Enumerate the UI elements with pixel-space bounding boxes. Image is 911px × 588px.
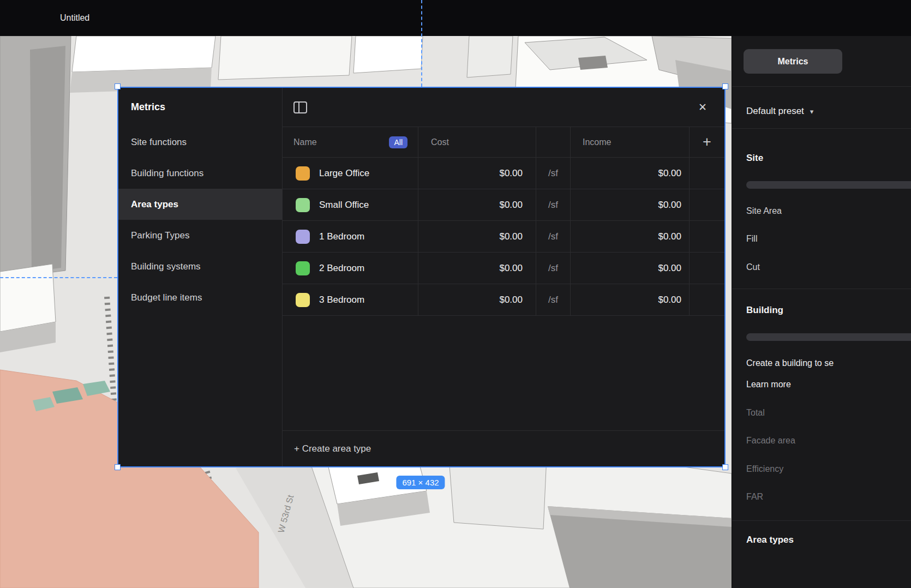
- sidebar-toggle-icon[interactable]: [293, 101, 307, 113]
- building-empty-note: Create a building to se: [746, 356, 834, 370]
- sidebar-item-building-functions[interactable]: Building functions: [118, 158, 282, 189]
- income-value[interactable]: $0.00: [570, 284, 689, 315]
- income-value[interactable]: $0.00: [570, 253, 689, 284]
- area-type-name: Large Office: [319, 168, 369, 179]
- selection-size-badge: 691 × 432: [396, 476, 445, 489]
- add-column-icon[interactable]: +: [689, 127, 724, 157]
- cost-value[interactable]: $0.00: [418, 158, 536, 189]
- cost-unit: /sf: [536, 284, 570, 315]
- sidebar-item-parking-types[interactable]: Parking Types: [118, 220, 282, 251]
- selection-handle-ne[interactable]: [722, 83, 728, 89]
- learn-more-link[interactable]: Learn more: [746, 377, 791, 392]
- table-empty-area: [283, 316, 724, 430]
- column-header-cost: Cost: [418, 127, 536, 157]
- area-type-name: 3 Bedroom: [319, 295, 364, 305]
- metrics-dialog-sidebar: Metrics Site functions Building function…: [118, 88, 283, 466]
- metric-label-efficiency: Efficiency: [746, 462, 783, 476]
- cost-unit: /sf: [536, 189, 570, 220]
- top-bar: Untitled: [0, 0, 911, 36]
- sidebar-item-building-systems[interactable]: Building systems: [118, 251, 282, 282]
- alignment-guide-horizontal: [0, 277, 117, 278]
- sidebar-item-area-types[interactable]: Area types: [118, 189, 282, 220]
- metric-label-total: Total: [746, 406, 765, 420]
- metric-label-cut: Cut: [746, 260, 760, 274]
- document-title[interactable]: Untitled: [60, 0, 89, 36]
- income-value[interactable]: $0.00: [570, 158, 689, 189]
- sidebar-item-budget-line-items[interactable]: Budget line items: [118, 282, 282, 313]
- selection-handle-sw[interactable]: [115, 464, 121, 470]
- divider: [732, 86, 911, 87]
- building-section-title: Building: [746, 303, 783, 317]
- area-types-table: ✕ Name All Cost Income + Large Office $0…: [283, 88, 724, 466]
- metric-label-site-area: Site Area: [746, 204, 782, 218]
- row-extra-cell: [689, 189, 724, 220]
- divider: [732, 520, 911, 521]
- selection-handle-se[interactable]: [722, 464, 728, 470]
- close-icon[interactable]: ✕: [698, 102, 707, 112]
- app-window: W 53rd St Untitled Metrics Site function…: [0, 0, 911, 588]
- table-row[interactable]: 2 Bedroom $0.00 /sf $0.00: [283, 253, 724, 284]
- color-swatch[interactable]: [296, 230, 310, 244]
- dialog-title: Metrics: [118, 88, 282, 127]
- cost-value[interactable]: $0.00: [418, 189, 536, 220]
- create-area-type-button[interactable]: + Create area type: [294, 443, 371, 454]
- cost-unit: /sf: [536, 253, 570, 284]
- table-row[interactable]: 3 Bedroom $0.00 /sf $0.00: [283, 284, 724, 316]
- metric-label-far: FAR: [746, 490, 763, 504]
- cost-unit: /sf: [536, 221, 570, 252]
- cost-unit: /sf: [536, 158, 570, 189]
- table-row[interactable]: 1 Bedroom $0.00 /sf $0.00: [283, 221, 724, 253]
- table-row[interactable]: Small Office $0.00 /sf $0.00: [283, 189, 724, 221]
- table-header-row: Name All Cost Income +: [283, 127, 724, 158]
- divider: [732, 289, 911, 289]
- divider: [732, 128, 911, 129]
- area-type-name: 2 Bedroom: [319, 263, 364, 274]
- alignment-guide-vertical: [421, 0, 422, 87]
- site-section-title: Site: [746, 151, 763, 165]
- metrics-panel-button[interactable]: Metrics: [744, 49, 842, 74]
- name-filter-badge[interactable]: All: [389, 136, 407, 148]
- cost-value[interactable]: $0.00: [418, 221, 536, 252]
- area-types-section-title: Area types: [746, 533, 794, 547]
- metrics-side-panel: Metrics Default preset ▾ Site Site Area …: [732, 36, 911, 588]
- selection-handle-nw[interactable]: [115, 83, 121, 89]
- table-row[interactable]: Large Office $0.00 /sf $0.00: [283, 158, 724, 189]
- cost-value[interactable]: $0.00: [418, 284, 536, 315]
- column-header-unit: [536, 127, 570, 157]
- row-extra-cell: [689, 284, 724, 315]
- metric-label-fill: Fill: [746, 232, 757, 246]
- sidebar-item-site-functions[interactable]: Site functions: [118, 127, 282, 158]
- row-extra-cell: [689, 221, 724, 252]
- color-swatch[interactable]: [296, 198, 310, 212]
- income-value[interactable]: $0.00: [570, 189, 689, 220]
- row-extra-cell: [689, 253, 724, 284]
- column-header-income: Income: [570, 127, 689, 157]
- color-swatch[interactable]: [296, 261, 310, 275]
- row-extra-cell: [689, 158, 724, 189]
- cost-value[interactable]: $0.00: [418, 253, 536, 284]
- site-progress-bar: [746, 181, 911, 189]
- preset-dropdown[interactable]: Default preset ▾: [746, 102, 813, 121]
- area-type-name: 1 Bedroom: [319, 231, 364, 242]
- metric-label-facade-area: Facade area: [746, 434, 795, 448]
- color-swatch[interactable]: [296, 166, 310, 181]
- chevron-down-icon: ▾: [810, 107, 814, 116]
- metrics-dialog: Metrics Site functions Building function…: [117, 87, 726, 467]
- color-swatch[interactable]: [296, 293, 310, 307]
- preset-label: Default preset: [746, 106, 804, 117]
- building-progress-bar: [746, 333, 911, 341]
- column-header-name: Name: [293, 137, 317, 147]
- income-value[interactable]: $0.00: [570, 221, 689, 252]
- area-type-name: Small Office: [319, 200, 369, 211]
